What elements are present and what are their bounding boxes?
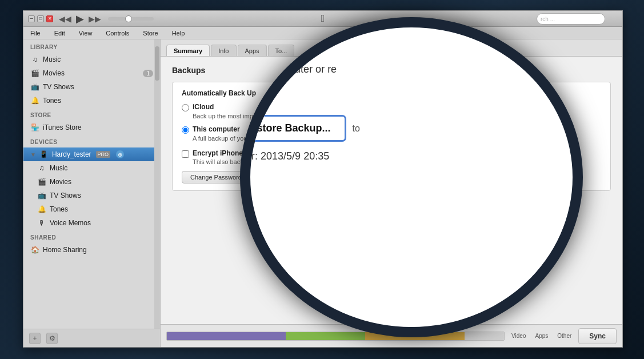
sidebar-scrollbar[interactable] [154, 39, 160, 347]
menu-view[interactable]: View [77, 29, 95, 38]
sidebar-item-tvshows[interactable]: 📺 TV Shows [23, 80, 160, 94]
device-eject-icon[interactable]: ⊕ [116, 150, 124, 158]
progress-bar[interactable] [108, 17, 154, 21]
close-button[interactable]: ✕ [46, 15, 53, 22]
magnify-overlay: p and Restore your iPhone to this comput… [240, 17, 583, 337]
sidebar: LIBRARY ♫ Music 🎬 Movies 1 📺 TV Shows 🔔 … [23, 39, 161, 347]
sidebar-device-music[interactable]: ♫ Music [23, 161, 160, 175]
settings-button[interactable]: ⚙ [46, 333, 58, 344]
device-tvshows-label: TV Shows [50, 192, 81, 200]
maximize-button[interactable]: □ [37, 15, 44, 22]
devices-section-label: DEVICES [23, 134, 160, 147]
menu-file[interactable]: File [28, 29, 43, 38]
tab-info[interactable]: Info [211, 45, 236, 56]
device-movies-icon: 🎬 [37, 177, 46, 186]
sidebar-bottom-bar: + ⚙ [23, 329, 160, 347]
magnify-buttons: ow Restore Backup... to [240, 115, 583, 141]
menu-controls[interactable]: Controls [103, 29, 131, 38]
store-icon: 🏪 [30, 123, 39, 132]
menu-help[interactable]: Help [170, 29, 187, 38]
sidebar-tvshows-label: TV Shows [43, 83, 74, 91]
back-button[interactable]: ◀◀ [59, 14, 71, 23]
magnify-subtitle2: n this computer. [240, 89, 583, 104]
movies-badge: 1 [143, 70, 153, 77]
store-section-label: STORE [23, 107, 160, 121]
device-icon: 📱 [39, 150, 49, 159]
sidebar-movies-label: Movies [43, 69, 65, 77]
magnify-content: p and Restore your iPhone to this comput… [240, 22, 583, 174]
device-tones-label: Tones [50, 205, 68, 213]
magnify-title: p and Restore [240, 33, 583, 57]
device-arrow-icon: ▼ [30, 151, 36, 158]
sidebar-music-label: Music [43, 55, 61, 63]
sidebar-device-name: Hardy_tester [52, 150, 91, 158]
sidebar-item-movies[interactable]: 🎬 Movies 1 [23, 66, 160, 80]
restore-backup-button[interactable]: Restore Backup... [240, 115, 346, 141]
video-label: Video [509, 332, 528, 340]
home-sharing-icon: 🏠 [30, 245, 39, 254]
sidebar-store-label: iTunes Store [43, 123, 82, 131]
sidebar-tones-label: Tones [43, 97, 61, 105]
sidebar-device-voicememos[interactable]: 🎙 Voice Memos [23, 216, 160, 230]
device-movies-label: Movies [50, 178, 71, 186]
library-section-label: LIBRARY [23, 39, 160, 53]
other-label: Other [555, 332, 574, 340]
apple-logo:  [321, 13, 325, 25]
play-button[interactable]: ▶ [76, 13, 84, 25]
apps-label: Apps [533, 332, 551, 340]
minimize-button[interactable]: ─ [28, 15, 35, 22]
tones-icon: 🔔 [30, 96, 39, 105]
search-box[interactable]: rch ... [537, 13, 605, 25]
magnify-subtitle1: your iPhone to this computer or re [240, 62, 583, 77]
sidebar-device-tvshows[interactable]: 📺 TV Shows [23, 189, 160, 202]
window-controls: ─ □ ✕ [28, 15, 53, 22]
menu-edit[interactable]: Edit [52, 29, 67, 38]
device-tvshows-icon: 📺 [37, 191, 46, 200]
sidebar-item-itunes-store[interactable]: 🏪 iTunes Store [23, 121, 160, 134]
sidebar-home-sharing-label: Home Sharing [43, 246, 87, 254]
sidebar-device-movies[interactable]: 🎬 Movies [23, 175, 160, 189]
extra-label: to [353, 123, 360, 134]
sync-button[interactable]: Sync [578, 328, 617, 344]
sidebar-item-device[interactable]: ▼ 📱 Hardy_tester PRO ⊕ [23, 147, 160, 161]
menu-store[interactable]: Store [141, 29, 160, 38]
shared-section-label: SHARED [23, 230, 160, 243]
voice-memos-icon: 🎙 [37, 218, 46, 228]
player-controls: ◀◀ ▶ ▶▶ [59, 13, 154, 25]
forward-button[interactable]: ▶▶ [89, 14, 101, 23]
search-placeholder: rch ... [541, 16, 555, 22]
magnify-date: to this computer: 2013/5/9 20:35 [240, 150, 583, 162]
device-voicememos-label: Voice Memos [50, 219, 91, 227]
tab-summary[interactable]: Summary [166, 45, 210, 56]
sidebar-scroll-thumb[interactable] [155, 46, 159, 81]
apps-segment [286, 332, 365, 340]
encrypt-checkbox[interactable] [182, 150, 189, 158]
device-music-label: Music [50, 164, 67, 172]
device-music-icon: ♫ [37, 163, 46, 173]
this-computer-radio[interactable] [182, 126, 189, 134]
title-bar: ─ □ ✕ ◀◀ ▶ ▶▶  rch ... [23, 11, 622, 27]
device-type-badge: PRO [96, 151, 111, 158]
tvshows-icon: 📺 [30, 82, 39, 91]
sidebar-item-tones[interactable]: 🔔 Tones [23, 94, 160, 107]
sidebar-item-home-sharing[interactable]: 🏠 Home Sharing [23, 243, 160, 257]
progress-knob[interactable] [125, 15, 132, 22]
sidebar-item-music[interactable]: ♫ Music [23, 53, 160, 66]
free-segment [465, 332, 504, 340]
movies-icon: 🎬 [30, 69, 39, 78]
music-icon: ♫ [30, 55, 39, 64]
video-segment [167, 332, 286, 340]
add-button[interactable]: + [29, 333, 41, 344]
storage-bar [166, 332, 505, 341]
device-tones-icon: 🔔 [37, 205, 46, 214]
sidebar-device-tones[interactable]: 🔔 Tones [23, 202, 160, 216]
icloud-radio[interactable] [182, 104, 189, 111]
